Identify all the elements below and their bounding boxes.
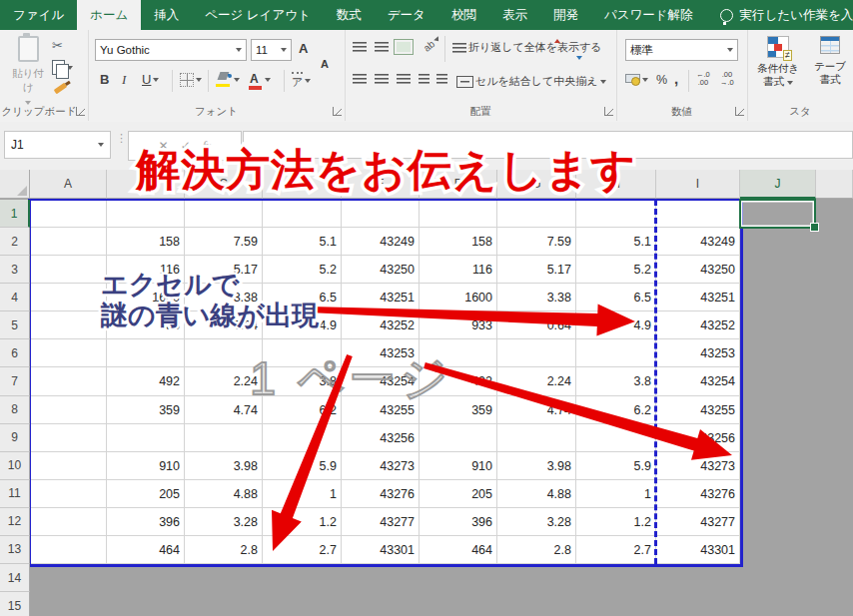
cell-G5[interactable]: 0.64 — [497, 311, 576, 339]
cell-H13[interactable]: 2.7 — [576, 536, 656, 564]
cell-A1[interactable] — [30, 200, 107, 228]
cell-F9[interactable] — [420, 424, 497, 452]
cell-H3[interactable]: 5.2 — [576, 256, 656, 284]
cell-E7[interactable]: 43254 — [342, 367, 420, 395]
comma-style-button[interactable]: , — [674, 70, 678, 87]
cell-C13[interactable]: 2.8 — [185, 536, 263, 564]
cell-E5[interactable]: 43252 — [342, 311, 420, 339]
tab-password-unlock[interactable]: パスワード解除 — [591, 0, 706, 30]
cell-F4[interactable]: 1600 — [420, 284, 497, 311]
cell-I11[interactable]: 43276 — [656, 480, 740, 508]
cell-D1[interactable] — [263, 200, 342, 228]
cell-B11[interactable]: 205 — [107, 480, 185, 508]
cell-E13[interactable]: 43301 — [342, 536, 420, 564]
select-all-corner[interactable] — [0, 170, 30, 199]
cell-F11[interactable]: 205 — [420, 480, 497, 508]
cell-A5[interactable] — [30, 311, 107, 339]
cell-D11[interactable]: 1 — [263, 480, 342, 508]
cell-B12[interactable]: 396 — [107, 508, 185, 536]
cell-B6[interactable] — [107, 339, 185, 367]
cell-C6[interactable] — [185, 339, 263, 367]
cell-I2[interactable]: 43249 — [656, 228, 740, 256]
cell-E3[interactable]: 43250 — [342, 256, 420, 284]
row-header-15[interactable]: 15 — [0, 592, 30, 616]
cell-C1[interactable] — [185, 200, 263, 228]
cell-G7[interactable]: 2.24 — [497, 367, 576, 395]
cell-I6[interactable]: 43253 — [656, 339, 740, 367]
cell-E11[interactable]: 43276 — [342, 480, 420, 508]
cell-H10[interactable]: 5.9 — [576, 452, 656, 480]
row-header-9[interactable]: 9 — [0, 424, 30, 452]
cell-G12[interactable]: 3.28 — [497, 508, 576, 536]
font-color-button[interactable]: A — [250, 74, 271, 85]
underline-button[interactable]: U — [142, 72, 159, 87]
cell-D9[interactable] — [263, 424, 342, 452]
number-format-combo[interactable]: 標準 — [625, 39, 738, 61]
cell-H2[interactable]: 5.1 — [576, 228, 656, 256]
ruby-button[interactable]: ア — [292, 72, 311, 90]
row-header-3[interactable]: 3 — [0, 256, 30, 284]
clipboard-dialog-launcher[interactable] — [76, 107, 85, 116]
wrap-text-button[interactable]: 折り返して全体を表示する — [452, 40, 602, 55]
cell-E10[interactable]: 43273 — [342, 452, 420, 480]
number-dialog-launcher[interactable] — [735, 107, 744, 116]
cell-F1[interactable] — [420, 200, 497, 228]
decrease-decimal-button[interactable]: .00 →.0 — [720, 71, 734, 87]
cell-B8[interactable]: 359 — [107, 396, 185, 424]
cell-I7[interactable]: 43254 — [656, 367, 740, 395]
cell-A13[interactable] — [30, 536, 107, 564]
cell-C2[interactable]: 7.59 — [185, 228, 263, 256]
cell-A10[interactable] — [30, 452, 107, 480]
cell-I10[interactable]: 43273 — [656, 452, 740, 480]
formula-bar-grip[interactable]: ⋮ — [116, 135, 127, 142]
cell-E12[interactable]: 43277 — [342, 508, 420, 536]
bold-button[interactable]: B — [100, 72, 109, 87]
fill-color-button[interactable] — [216, 72, 240, 87]
cell-A9[interactable] — [30, 424, 107, 452]
italic-button[interactable]: I — [122, 72, 126, 88]
align-left-button[interactable] — [353, 74, 367, 84]
tell-me-box[interactable]: 実行したい作業を入力してください — [720, 0, 853, 30]
paste-button[interactable]: 貼り付け — [8, 36, 48, 107]
tab-view[interactable]: 表示 — [489, 0, 540, 30]
tab-insert[interactable]: 挿入 — [141, 0, 192, 30]
cell-E4[interactable]: 43251 — [342, 284, 420, 311]
cell-E1[interactable] — [342, 200, 420, 228]
cell-H8[interactable]: 6.2 — [576, 396, 656, 424]
row-header-1[interactable]: 1 — [0, 200, 30, 228]
tab-data[interactable]: データ — [375, 0, 438, 30]
cell-G8[interactable]: 4.74 — [497, 396, 576, 424]
cell-C9[interactable] — [185, 424, 263, 452]
row-header-4[interactable]: 4 — [0, 284, 30, 311]
cell-G9[interactable] — [497, 424, 576, 452]
cell-D12[interactable]: 1.2 — [263, 508, 342, 536]
align-middle-button[interactable] — [375, 42, 389, 52]
row-header-11[interactable]: 11 — [0, 480, 30, 508]
cell-I3[interactable]: 43250 — [656, 256, 740, 284]
cell-H4[interactable]: 6.5 — [576, 284, 656, 311]
cell-H9[interactable] — [576, 424, 656, 452]
tab-file[interactable]: ファイル — [0, 0, 77, 30]
cell-H7[interactable]: 3.8 — [576, 367, 656, 395]
cell-H6[interactable] — [576, 339, 656, 367]
cell-I12[interactable]: 43277 — [656, 508, 740, 536]
cell-C10[interactable]: 3.98 — [185, 452, 263, 480]
cell-H12[interactable]: 1.2 — [576, 508, 656, 536]
row-header-14[interactable]: 14 — [0, 564, 30, 592]
selected-cell-J1[interactable] — [739, 199, 816, 229]
column-header-J[interactable]: J — [740, 170, 816, 199]
borders-button[interactable] — [180, 73, 202, 87]
cell-A6[interactable] — [30, 339, 107, 367]
cut-button[interactable]: ✂ — [52, 38, 63, 53]
cell-C8[interactable]: 4.74 — [185, 396, 263, 424]
cell-D13[interactable]: 2.7 — [263, 536, 342, 564]
cell-H11[interactable]: 1 — [576, 480, 656, 508]
row-header-7[interactable]: 7 — [0, 367, 30, 395]
row-header-12[interactable]: 12 — [0, 508, 30, 536]
font-name-combo[interactable]: Yu Gothic — [95, 39, 247, 61]
tab-home[interactable]: ホーム — [77, 0, 141, 30]
cell-D2[interactable]: 5.1 — [263, 228, 342, 256]
format-as-table-button[interactable]: テーブ 書式 — [807, 36, 853, 86]
column-header-A[interactable]: A — [30, 170, 107, 199]
cell-D8[interactable]: 6.2 — [263, 396, 342, 424]
